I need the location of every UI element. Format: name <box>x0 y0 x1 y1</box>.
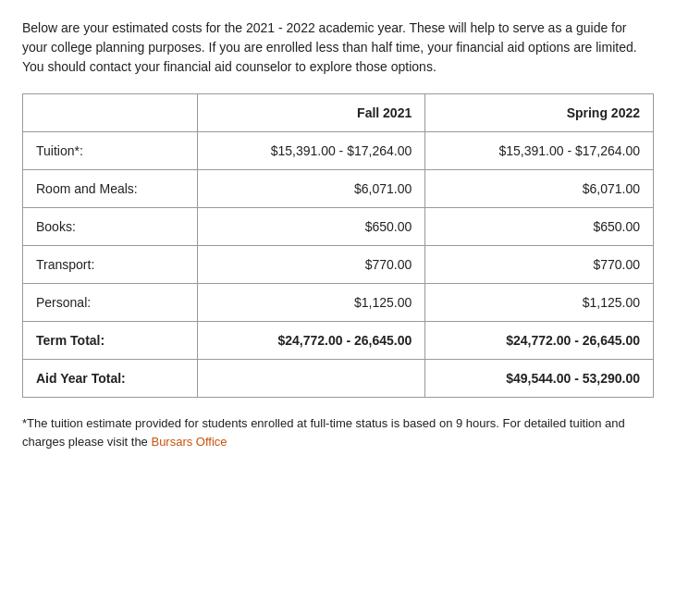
row-spring-books: $650.00 <box>425 208 654 246</box>
table-row: Room and Meals: $6,071.00 $6,071.00 <box>23 170 654 208</box>
aid-year-total-fall <box>197 360 425 398</box>
cost-table: Fall 2021 Spring 2022 Tuition*: $15,391.… <box>22 93 654 398</box>
footnote-text: *The tuition estimate provided for stude… <box>22 416 625 449</box>
row-fall-room: $6,071.00 <box>197 170 425 208</box>
col-header-fall: Fall 2021 <box>197 94 425 132</box>
term-total-row: Term Total: $24,772.00 - 26,645.00 $24,7… <box>23 322 654 360</box>
aid-year-total-label: Aid Year Total: <box>23 360 198 398</box>
term-total-fall: $24,772.00 - 26,645.00 <box>197 322 425 360</box>
intro-paragraph: Below are your estimated costs for the 2… <box>22 18 654 77</box>
row-label-personal: Personal: <box>23 284 198 322</box>
row-label-books: Books: <box>23 208 198 246</box>
col-header-spring: Spring 2022 <box>425 94 654 132</box>
aid-year-total-spring: $49,544.00 - 53,290.00 <box>425 360 654 398</box>
row-spring-personal: $1,125.00 <box>425 284 654 322</box>
table-row: Transport: $770.00 $770.00 <box>23 246 654 284</box>
bursars-office-link[interactable]: Bursars Office <box>151 435 227 449</box>
table-row: Personal: $1,125.00 $1,125.00 <box>23 284 654 322</box>
term-total-label: Term Total: <box>23 322 198 360</box>
row-spring-tuition: $15,391.00 - $17,264.00 <box>425 132 654 170</box>
row-spring-transport: $770.00 <box>425 246 654 284</box>
row-spring-room: $6,071.00 <box>425 170 654 208</box>
row-label-room: Room and Meals: <box>23 170 198 208</box>
term-total-spring: $24,772.00 - 26,645.00 <box>425 322 654 360</box>
aid-year-total-row: Aid Year Total: $49,544.00 - 53,290.00 <box>23 360 654 398</box>
row-fall-transport: $770.00 <box>197 246 425 284</box>
row-fall-books: $650.00 <box>197 208 425 246</box>
row-label-tuition: Tuition*: <box>23 132 198 170</box>
table-header-row: Fall 2021 Spring 2022 <box>23 94 654 132</box>
row-fall-tuition: $15,391.00 - $17,264.00 <box>197 132 425 170</box>
col-header-label <box>23 94 198 132</box>
row-label-transport: Transport: <box>23 246 198 284</box>
footnote: *The tuition estimate provided for stude… <box>22 414 654 450</box>
row-fall-personal: $1,125.00 <box>197 284 425 322</box>
table-row: Tuition*: $15,391.00 - $17,264.00 $15,39… <box>23 132 654 170</box>
table-row: Books: $650.00 $650.00 <box>23 208 654 246</box>
